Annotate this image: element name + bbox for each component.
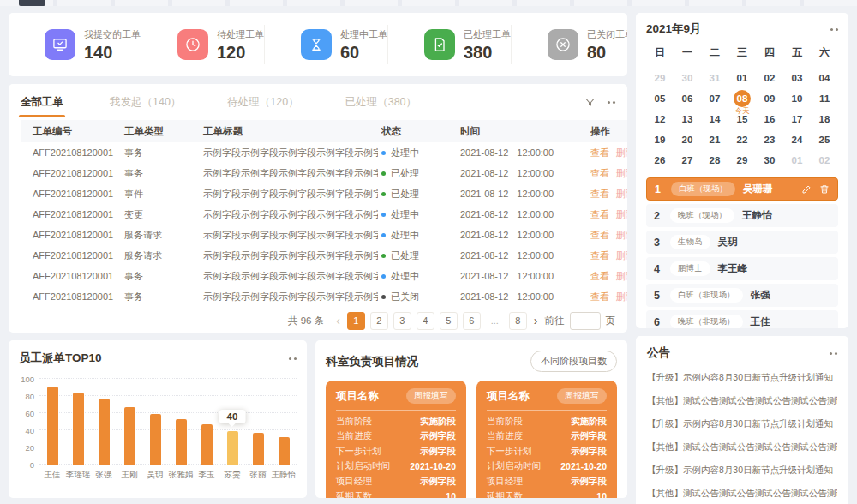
view-link[interactable]: 查看 bbox=[590, 291, 609, 302]
edit-pencil-icon[interactable] bbox=[801, 183, 812, 195]
bar[interactable] bbox=[47, 387, 58, 465]
more-options-icon[interactable] bbox=[830, 26, 838, 33]
calendar-day[interactable]: 07 bbox=[701, 88, 728, 109]
delete-link[interactable]: 删除 bbox=[616, 168, 627, 178]
page-ellipsis[interactable]: ... bbox=[486, 312, 504, 330]
calendar-day[interactable]: 30 bbox=[674, 68, 701, 88]
page-button[interactable]: 4 bbox=[417, 312, 434, 330]
more-options-icon[interactable] bbox=[608, 99, 615, 106]
view-link[interactable]: 查看 bbox=[590, 147, 609, 158]
delete-link[interactable]: 删除 bbox=[616, 291, 627, 302]
view-link[interactable]: 查看 bbox=[590, 230, 609, 240]
calendar-day[interactable]: 24 bbox=[783, 129, 811, 150]
view-link[interactable]: 查看 bbox=[590, 189, 609, 199]
calendar-day[interactable]: 01 bbox=[728, 68, 756, 88]
calendar-day[interactable]: 22 bbox=[728, 129, 756, 150]
delete-link[interactable]: 删除 bbox=[616, 230, 627, 240]
calendar-day[interactable]: 08今天 bbox=[728, 88, 756, 109]
calendar-day[interactable]: 04 bbox=[811, 68, 838, 88]
calendar-day[interactable]: 29 bbox=[646, 68, 674, 88]
page-button[interactable]: 3 bbox=[393, 312, 411, 330]
announcement-item[interactable]: 【其他】测试公告测试公告测试公告测试公告测试公告 bbox=[647, 389, 837, 412]
calendar-day[interactable]: 23 bbox=[756, 129, 783, 150]
bar[interactable] bbox=[73, 393, 84, 465]
calendar-day[interactable]: 09 bbox=[756, 88, 783, 109]
calendar-day[interactable]: 03 bbox=[783, 68, 811, 88]
announcement-item[interactable]: 【其他】测试公告测试公告测试公告测试公告测试公告 bbox=[647, 435, 837, 459]
prev-page-icon[interactable]: ‹ bbox=[334, 314, 342, 327]
calendar-day[interactable]: 30 bbox=[756, 150, 783, 171]
bar[interactable] bbox=[176, 419, 187, 465]
calendar-day[interactable]: 11 bbox=[811, 88, 838, 109]
calendar-day[interactable]: 25 bbox=[811, 129, 838, 150]
tab-我发起（140）[interactable]: 我发起（140） bbox=[110, 95, 181, 110]
shift-row[interactable]: 2晚班（现场）王静怡 bbox=[646, 204, 838, 227]
calendar-day[interactable]: 26 bbox=[646, 150, 674, 171]
tab-待处理（120）[interactable]: 待处理（120） bbox=[227, 95, 298, 110]
bar[interactable] bbox=[124, 407, 135, 465]
bar[interactable] bbox=[279, 437, 290, 465]
page-button[interactable]: 6 bbox=[463, 312, 481, 330]
column-header: 工单标题 bbox=[200, 120, 378, 142]
goto-page-input[interactable] bbox=[570, 312, 601, 330]
calendar-day[interactable]: 18 bbox=[811, 109, 838, 129]
shift-row[interactable]: 6晚班（非现场）王佳 bbox=[646, 310, 838, 328]
calendar-day[interactable]: 21 bbox=[701, 129, 728, 150]
calendar-day[interactable]: 20 bbox=[674, 129, 701, 150]
announcement-item[interactable]: 【升级】示例内容8月30日新节点升级计划通知 bbox=[647, 412, 837, 435]
page-button[interactable]: 2 bbox=[370, 312, 388, 330]
trash-icon[interactable] bbox=[819, 183, 830, 195]
calendar-day[interactable]: 31 bbox=[701, 68, 728, 88]
calendar-day[interactable]: 10 bbox=[783, 88, 811, 109]
field-label: 项目经理 bbox=[487, 476, 523, 488]
weekly-report-button[interactable]: 周报填写 bbox=[557, 388, 607, 404]
calendar-day[interactable]: 17 bbox=[783, 109, 811, 129]
tab-全部工单[interactable]: 全部工单 bbox=[21, 95, 63, 110]
delete-link[interactable]: 删除 bbox=[616, 271, 627, 281]
calendar-day[interactable]: 19 bbox=[646, 129, 674, 150]
bar[interactable] bbox=[227, 431, 238, 465]
shift-row[interactable]: 5白班（非现场）张强 bbox=[646, 284, 838, 307]
calendar-day[interactable]: 01 bbox=[783, 150, 811, 171]
calendar-day[interactable]: 14 bbox=[701, 109, 728, 129]
calendar-day[interactable]: 02 bbox=[756, 68, 783, 88]
calendar-day[interactable]: 16 bbox=[756, 109, 783, 129]
delete-link[interactable]: 删除 bbox=[616, 250, 627, 261]
shift-row[interactable]: 4鹏博士李王峰 bbox=[646, 257, 838, 280]
page-button[interactable]: 8 bbox=[509, 312, 527, 330]
view-link[interactable]: 查看 bbox=[590, 271, 609, 281]
delete-link[interactable]: 删除 bbox=[616, 209, 627, 219]
shift-row[interactable]: 1白班（现场）吴珊珊 bbox=[646, 177, 838, 201]
announcement-item[interactable]: 【升级】示例内容8月30日新节点升级计划通知 bbox=[647, 459, 837, 482]
calendar-day[interactable]: 28 bbox=[701, 150, 728, 171]
weekly-report-button[interactable]: 周报填写 bbox=[406, 388, 456, 404]
view-link[interactable]: 查看 bbox=[590, 250, 609, 261]
table-row: AFF202108120001事务示例字段示例字段示例字段示例字段示例字段已关闭… bbox=[21, 286, 627, 307]
page-button[interactable]: 5 bbox=[440, 312, 458, 330]
calendar-day[interactable]: 02 bbox=[811, 150, 838, 171]
stage-count-button[interactable]: 不同阶段项目数 bbox=[530, 351, 617, 372]
view-link[interactable]: 查看 bbox=[590, 209, 609, 219]
bar[interactable] bbox=[201, 424, 213, 465]
bar[interactable] bbox=[253, 433, 264, 465]
calendar-day[interactable]: 29 bbox=[728, 150, 756, 171]
shift-row[interactable]: 3生物岛吴玥 bbox=[646, 231, 838, 254]
funnel-filter-icon[interactable] bbox=[584, 97, 596, 108]
calendar-day[interactable]: 27 bbox=[674, 150, 701, 171]
page-button[interactable]: 1 bbox=[347, 312, 365, 330]
delete-link[interactable]: 删除 bbox=[616, 189, 627, 199]
calendar-day[interactable]: 05 bbox=[646, 88, 674, 109]
bar[interactable] bbox=[99, 399, 110, 465]
announcement-item[interactable]: 【其他】测试公告测试公告测试公告测试公告测试公告 bbox=[647, 482, 837, 504]
announcement-item[interactable]: 【升级】示例内容8月30日新节点升级计划通知 bbox=[647, 366, 837, 389]
more-options-icon[interactable] bbox=[289, 355, 297, 363]
view-link[interactable]: 查看 bbox=[590, 168, 609, 178]
calendar-day[interactable]: 12 bbox=[646, 109, 674, 129]
tab-已处理（380）[interactable]: 已处理（380） bbox=[345, 95, 417, 110]
calendar-day[interactable]: 06 bbox=[674, 88, 701, 109]
delete-link[interactable]: 删除 bbox=[616, 147, 627, 158]
calendar-day[interactable]: 13 bbox=[674, 109, 701, 129]
more-options-icon[interactable] bbox=[830, 350, 837, 357]
next-page-icon[interactable]: › bbox=[532, 314, 540, 327]
bar[interactable] bbox=[150, 414, 161, 465]
